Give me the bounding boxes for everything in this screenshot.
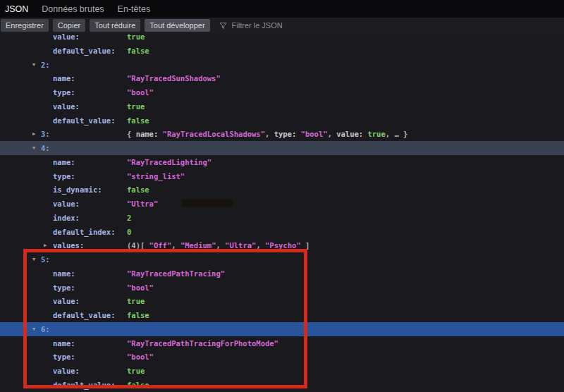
- preview-part: "Psycho": [265, 241, 301, 250]
- collapse-arrow-icon[interactable]: ▼: [32, 141, 35, 155]
- expand-arrow-icon[interactable]: ▶: [32, 127, 35, 141]
- property-value: 2: [127, 211, 131, 225]
- tree-row[interactable]: type:"bool": [0, 350, 564, 364]
- index-label: 6:: [41, 322, 50, 336]
- property-key: type:: [53, 169, 75, 183]
- property-value: false: [127, 183, 149, 197]
- index-label: 2:: [41, 58, 50, 72]
- tree-row[interactable]: type:"string_list": [0, 169, 564, 183]
- property-value: true: [127, 99, 145, 114]
- property-key: type:: [53, 281, 75, 295]
- tab-raw-data[interactable]: Données brutes: [42, 4, 104, 14]
- preview-part: ]: [301, 241, 310, 250]
- preview-part: ,: [171, 241, 180, 250]
- tree-row[interactable]: index:2: [0, 211, 564, 225]
- expand-arrow-icon[interactable]: ▶: [44, 238, 47, 252]
- tab-json[interactable]: JSON: [5, 4, 28, 14]
- preview-part: ,: [216, 241, 225, 250]
- property-key: is_dynamic:: [53, 183, 102, 197]
- collapse-arrow-icon[interactable]: ▼: [32, 252, 35, 267]
- property-key: index:: [53, 211, 80, 225]
- preview-part: true: [367, 130, 385, 138]
- filter-json-control: [219, 20, 322, 30]
- property-value: false: [127, 308, 149, 322]
- preview-part: {: [127, 130, 136, 138]
- tree-row[interactable]: value:true: [0, 33, 564, 44]
- property-value: 0: [127, 225, 131, 239]
- property-value: "bool": [127, 350, 154, 364]
- property-key: default_value:: [53, 378, 116, 392]
- property-key: default_value:: [53, 308, 116, 322]
- tree-row[interactable]: value:true: [0, 294, 564, 308]
- property-key: name:: [53, 71, 75, 85]
- preview-part: "RayTracedLocalShadows": [163, 130, 265, 138]
- property-value: false: [127, 114, 149, 128]
- preview-part: "Ultra": [225, 241, 256, 250]
- collapse-arrow-icon[interactable]: ▼: [32, 58, 35, 72]
- tree-row-4[interactable]: ▼4:: [0, 141, 564, 155]
- preview-part: ,: [256, 241, 265, 250]
- property-value: "bool": [127, 281, 154, 295]
- property-key: type:: [53, 85, 75, 99]
- filter-funnel-icon: [219, 22, 227, 30]
- property-key: name:: [53, 336, 75, 350]
- redaction-box: [182, 200, 233, 207]
- property-key: name:: [53, 155, 75, 169]
- tree-row[interactable]: default_value:false: [0, 44, 564, 58]
- property-value: "RayTracedPathTracingForPhotoMode": [127, 336, 278, 350]
- property-value: false: [127, 378, 149, 392]
- collapse-all-button[interactable]: Tout réduire: [90, 19, 140, 32]
- tree-row[interactable]: name:"RayTracedLighting": [0, 155, 564, 169]
- collapse-arrow-icon[interactable]: ▼: [32, 322, 35, 336]
- tree-row-2[interactable]: ▼2:: [0, 58, 564, 72]
- preview-part: ,: [328, 130, 337, 138]
- tree-row[interactable]: name:"RayTracedPathTracingForPhotoMode": [0, 336, 564, 350]
- property-value: "RayTracedPathTracing": [127, 267, 225, 281]
- property-key: name:: [53, 267, 75, 281]
- property-value: true: [127, 364, 145, 378]
- expand-all-button[interactable]: Tout développer: [145, 19, 209, 32]
- property-key: value:: [53, 99, 80, 114]
- copy-button[interactable]: Copier: [53, 19, 85, 32]
- index-label: 3:: [41, 127, 50, 141]
- json-toolbar: Enregistrer Copier Tout réduire Tout dév…: [0, 18, 564, 33]
- tree-row-5[interactable]: ▼5:: [0, 252, 564, 267]
- preview-part: "Medium": [180, 241, 216, 250]
- tab-headers[interactable]: En-têtes: [118, 4, 151, 14]
- tree-row[interactable]: is_dynamic:false: [0, 183, 564, 197]
- preview-part: "Off": [149, 241, 172, 250]
- tree-row[interactable]: type:"bool": [0, 281, 564, 295]
- preview-part: , … }: [386, 130, 408, 138]
- json-tree: value:truedefault_value:false▼2:name:"Ra…: [0, 33, 564, 392]
- tree-row[interactable]: value:true: [0, 99, 564, 114]
- value-preview: { name: "RayTracedLocalShadows", type: "…: [127, 127, 407, 141]
- tree-row[interactable]: default_index:0: [0, 225, 564, 239]
- tree-row[interactable]: type:"bool": [0, 85, 564, 99]
- tree-row[interactable]: value:true: [0, 364, 564, 378]
- property-value: "Ultra": [127, 197, 158, 211]
- preview-part: "bool": [301, 130, 328, 138]
- preview-part: (4)[: [127, 241, 149, 250]
- property-value: true: [127, 33, 145, 44]
- preview-part: ,: [265, 130, 274, 138]
- filter-json-input[interactable]: [231, 20, 322, 30]
- preview-part: name:: [136, 130, 163, 138]
- tree-row-6[interactable]: ▼6:: [0, 322, 564, 336]
- tree-row[interactable]: default_value:false: [0, 308, 564, 322]
- property-key: value:: [53, 294, 80, 308]
- property-value: true: [127, 294, 145, 308]
- tree-row[interactable]: value:"Ultra": [0, 197, 564, 211]
- tree-row-3[interactable]: ▶3:{ name: "RayTracedLocalShadows", type…: [0, 127, 564, 141]
- preview-part: value:: [336, 130, 367, 138]
- property-value: "bool": [127, 85, 154, 99]
- property-key: value:: [53, 197, 80, 211]
- tree-row[interactable]: ▶values:(4)[ "Off", "Medium", "Ultra", "…: [0, 238, 564, 252]
- tree-row[interactable]: name:"RayTracedSunShadows": [0, 71, 564, 85]
- tree-row[interactable]: default_value:false: [0, 378, 564, 392]
- tree-row[interactable]: default_value:false: [0, 114, 564, 128]
- property-value: "RayTracedLighting": [127, 155, 212, 169]
- property-key: value:: [53, 364, 80, 378]
- preview-part: type:: [274, 130, 301, 138]
- tree-row[interactable]: name:"RayTracedPathTracing": [0, 267, 564, 281]
- save-button[interactable]: Enregistrer: [1, 19, 49, 32]
